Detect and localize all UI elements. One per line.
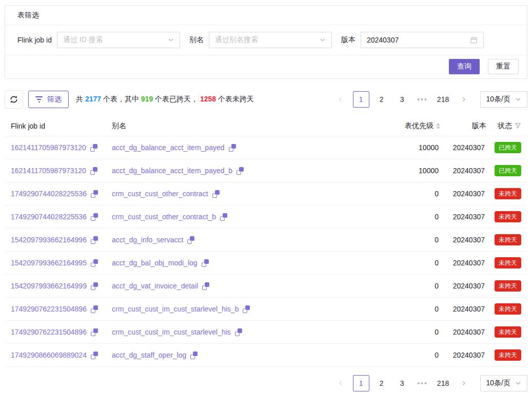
alias-link[interactable]: acct_dg_bal_obj_modi_log	[112, 259, 198, 267]
pagination-page-2[interactable]: 2	[373, 375, 390, 391]
summary-crossed-count: 919	[141, 95, 153, 103]
calendar-icon	[470, 36, 478, 44]
pagination-page-218[interactable]: 218	[435, 91, 451, 108]
version-cell: 20240307	[440, 236, 486, 244]
alias-link[interactable]: crm_cust_cust_other_contract	[112, 190, 208, 198]
column-header-status-label: 状态	[498, 121, 512, 131]
table-row: 1621411705987973120 acct_dg_balance_acct…	[5, 136, 527, 159]
copy-icon[interactable]	[243, 305, 250, 313]
copy-icon[interactable]	[220, 213, 227, 221]
reset-button[interactable]: 重置	[488, 59, 519, 74]
page-size-select[interactable]: 10条/页	[480, 91, 527, 108]
flink-job-id-select[interactable]: 通过 ID 搜索	[57, 32, 180, 48]
copy-icon[interactable]	[187, 236, 194, 244]
version-label: 版本	[341, 35, 356, 45]
flink-job-id-link[interactable]: 1749290744028225536	[11, 213, 87, 221]
alias-link[interactable]: acct_dg_balance_acct_item_payed	[112, 143, 225, 152]
priority-cell: 0	[358, 305, 440, 313]
flink-job-id-cell: 1621411705987973120	[11, 143, 112, 152]
column-header-version-label: 版本	[472, 121, 486, 131]
alias-cell: crm_cust_cust_im_cust_starlevel_his_b	[112, 305, 358, 313]
alias-link[interactable]: crm_cust_cust_im_cust_starlevel_his	[112, 328, 231, 336]
priority-cell: 0	[358, 282, 440, 290]
flink-job-id-link[interactable]: 1749290744028225536	[11, 190, 87, 198]
priority-cell: 0	[358, 328, 440, 336]
alias-link[interactable]: acct_dg_staff_oper_log	[112, 351, 186, 359]
status-cell: 未跨天	[486, 234, 521, 245]
table-row: 1621411705987973120 acct_dg_balance_acct…	[5, 159, 527, 182]
copy-icon[interactable]	[90, 144, 97, 152]
search-button[interactable]: 查询	[449, 59, 480, 74]
sort-carets-icon[interactable]	[436, 123, 440, 129]
alias-cell: acct_dg_balance_acct_item_payed_b	[112, 167, 358, 175]
filter-lines-icon	[35, 96, 43, 102]
pagination-ellipsis[interactable]: •••	[415, 91, 431, 108]
filter-panel-button[interactable]: 筛选	[28, 91, 69, 108]
page-size-select[interactable]: 10条/页	[480, 375, 527, 391]
copy-icon[interactable]	[90, 167, 97, 175]
flink-job-id-link[interactable]: 1542097993662164999	[11, 282, 87, 290]
flink-job-id-link[interactable]: 1621411705987973120	[11, 143, 86, 152]
copy-icon[interactable]	[212, 190, 220, 198]
flink-job-id-label: Flink job id	[17, 36, 52, 44]
flink-job-id-link[interactable]: 1621411705987973120	[11, 167, 86, 175]
copy-icon[interactable]	[91, 282, 98, 290]
summary-total-count: 2177	[85, 95, 101, 103]
pagination-page-1[interactable]: 1	[353, 375, 369, 391]
pagination-bottom: 1 2 3 ••• 218 10条/页	[332, 375, 527, 391]
pagination-page-1[interactable]: 1	[353, 91, 369, 108]
version-cell: 20240307	[440, 351, 486, 359]
table-row: 1749290744028225536 crm_cust_cust_other_…	[5, 205, 527, 229]
pagination-ellipsis[interactable]: •••	[415, 375, 431, 391]
copy-icon[interactable]	[229, 144, 236, 152]
version-date-input[interactable]: 20240307	[361, 32, 484, 48]
column-header-status: 状态	[486, 121, 521, 131]
copy-icon[interactable]	[91, 305, 98, 313]
alias-link[interactable]: acct_dg_info_servacct	[112, 236, 183, 244]
column-header-priority[interactable]: 表优先级	[358, 121, 440, 131]
copy-icon[interactable]	[91, 259, 98, 267]
status-badge: 未跨天	[495, 326, 521, 338]
alias-link[interactable]: crm_cust_cust_other_contract_b	[112, 213, 216, 221]
pagination-page-3[interactable]: 3	[394, 375, 410, 391]
copy-icon[interactable]	[202, 259, 209, 267]
flink-job-id-link[interactable]: 1542097993662164995	[11, 259, 87, 267]
status-cell: 未跨天	[486, 326, 521, 338]
flink-job-id-cell: 1621411705987973120	[11, 167, 112, 175]
pagination-next-button[interactable]	[456, 375, 472, 391]
filter-card-title: 表筛选	[5, 6, 527, 25]
copy-icon[interactable]	[237, 167, 244, 175]
refresh-button[interactable]	[5, 90, 23, 109]
alias-select[interactable]: 通过别名搜索	[209, 32, 332, 48]
page-size-value: 10条/页	[486, 95, 510, 104]
copy-icon[interactable]	[91, 213, 98, 221]
pagination-prev-button[interactable]	[332, 375, 349, 391]
copy-icon[interactable]	[202, 282, 209, 290]
alias-link[interactable]: acct_dg_balance_acct_item_payed_b	[112, 167, 232, 175]
pagination-prev-button[interactable]	[332, 91, 349, 108]
copy-icon[interactable]	[190, 351, 198, 359]
alias-link[interactable]: crm_cust_cust_im_cust_starlevel_his_b	[112, 305, 239, 313]
summary-text: 个表未跨天	[216, 95, 254, 103]
pagination-page-2[interactable]: 2	[373, 91, 390, 108]
flink-job-id-link[interactable]: 1749290762231504896	[11, 305, 87, 313]
version-cell: 20240307	[440, 213, 486, 221]
pagination-page-218[interactable]: 218	[435, 375, 451, 391]
copy-icon[interactable]	[235, 328, 242, 336]
alias-cell: acct_dg_balance_acct_item_payed	[112, 143, 358, 152]
copy-icon[interactable]	[91, 328, 98, 336]
pagination-next-button[interactable]	[456, 91, 472, 108]
copy-icon[interactable]	[91, 236, 98, 244]
priority-cell: 0	[358, 213, 440, 221]
copy-icon[interactable]	[91, 351, 98, 359]
column-header-version: 版本	[440, 121, 486, 131]
alias-link[interactable]: acct_dg_vat_invoice_detail	[112, 282, 198, 290]
results-table: Flink job id 别名 表优先级 版本 状态 1621411705987…	[5, 116, 527, 367]
flink-job-id-link[interactable]: 1749290762231504896	[11, 328, 87, 336]
summary-text: 个表，其中	[101, 95, 141, 103]
flink-job-id-link[interactable]: 1749290866069889024	[11, 351, 87, 359]
pagination-page-3[interactable]: 3	[394, 91, 410, 108]
flink-job-id-link[interactable]: 1542097993662164996	[11, 236, 87, 244]
filter-funnel-icon[interactable]	[515, 122, 521, 129]
copy-icon[interactable]	[91, 190, 98, 198]
